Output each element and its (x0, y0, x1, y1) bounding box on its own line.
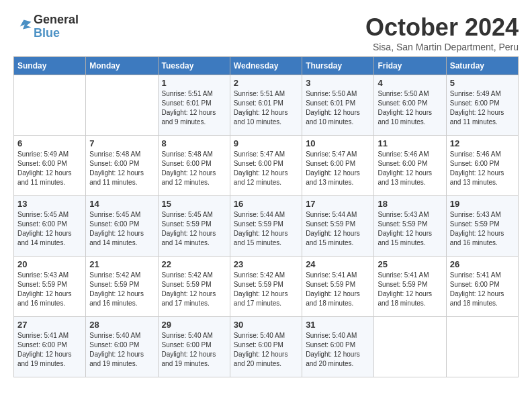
calendar-header-row: SundayMondayTuesdayWednesdayThursdayFrid… (14, 57, 519, 75)
calendar-cell (446, 317, 518, 377)
day-info: Sunrise: 5:40 AM Sunset: 6:00 PM Dayligh… (234, 331, 298, 369)
calendar-cell: 5Sunrise: 5:49 AM Sunset: 6:00 PM Daylig… (446, 75, 518, 136)
day-number: 14 (89, 199, 154, 209)
day-number: 24 (306, 259, 370, 269)
day-number: 3 (306, 78, 370, 88)
day-info: Sunrise: 5:46 AM Sunset: 6:00 PM Dayligh… (378, 150, 442, 187)
calendar-cell: 28Sunrise: 5:40 AM Sunset: 6:00 PM Dayli… (86, 317, 158, 377)
calendar-cell: 26Sunrise: 5:41 AM Sunset: 6:00 PM Dayli… (446, 257, 518, 317)
day-info: Sunrise: 5:40 AM Sunset: 6:00 PM Dayligh… (89, 331, 154, 369)
day-info: Sunrise: 5:42 AM Sunset: 5:59 PM Dayligh… (89, 271, 154, 308)
calendar-cell (374, 317, 446, 377)
calendar-week-5: 27Sunrise: 5:41 AM Sunset: 6:00 PM Dayli… (14, 317, 519, 377)
calendar-cell: 12Sunrise: 5:46 AM Sunset: 6:00 PM Dayli… (446, 136, 518, 196)
day-number: 27 (17, 320, 82, 330)
weekday-header-friday: Friday (374, 57, 446, 75)
day-number: 9 (234, 138, 298, 148)
day-number: 2 (234, 78, 298, 88)
day-info: Sunrise: 5:45 AM Sunset: 6:00 PM Dayligh… (17, 210, 82, 248)
day-number: 11 (378, 138, 442, 148)
day-info: Sunrise: 5:48 AM Sunset: 6:00 PM Dayligh… (89, 150, 154, 187)
day-info: Sunrise: 5:40 AM Sunset: 6:00 PM Dayligh… (306, 331, 370, 369)
day-info: Sunrise: 5:45 AM Sunset: 6:00 PM Dayligh… (89, 210, 154, 248)
day-info: Sunrise: 5:41 AM Sunset: 5:59 PM Dayligh… (306, 271, 370, 308)
day-number: 31 (306, 320, 370, 330)
calendar-cell: 15Sunrise: 5:45 AM Sunset: 5:59 PM Dayli… (158, 196, 230, 257)
day-info: Sunrise: 5:50 AM Sunset: 6:00 PM Dayligh… (378, 89, 442, 127)
day-number: 21 (89, 259, 154, 269)
month-title: October 2024 (365, 13, 519, 42)
day-number: 19 (450, 199, 515, 209)
day-number: 18 (378, 199, 442, 209)
calendar-cell: 8Sunrise: 5:48 AM Sunset: 6:00 PM Daylig… (158, 136, 230, 196)
day-number: 8 (162, 138, 226, 148)
calendar-cell: 11Sunrise: 5:46 AM Sunset: 6:00 PM Dayli… (374, 136, 446, 196)
calendar-cell: 2Sunrise: 5:51 AM Sunset: 6:01 PM Daylig… (230, 75, 302, 136)
logo-text: General Blue (34, 13, 79, 40)
day-info: Sunrise: 5:44 AM Sunset: 5:59 PM Dayligh… (234, 210, 298, 248)
day-number: 12 (450, 138, 515, 148)
day-info: Sunrise: 5:48 AM Sunset: 6:00 PM Dayligh… (162, 150, 226, 187)
calendar-cell: 18Sunrise: 5:43 AM Sunset: 5:59 PM Dayli… (374, 196, 446, 257)
day-number: 10 (306, 138, 370, 148)
title-block: October 2024 Sisa, San Martin Department… (365, 13, 519, 52)
page-header: General Blue October 2024 Sisa, San Mart… (13, 13, 519, 52)
calendar-cell: 17Sunrise: 5:44 AM Sunset: 5:59 PM Dayli… (302, 196, 374, 257)
day-info: Sunrise: 5:43 AM Sunset: 5:59 PM Dayligh… (450, 210, 515, 248)
calendar-week-1: 1Sunrise: 5:51 AM Sunset: 6:01 PM Daylig… (14, 75, 519, 136)
day-number: 23 (234, 259, 298, 269)
day-number: 22 (162, 259, 226, 269)
day-info: Sunrise: 5:41 AM Sunset: 6:00 PM Dayligh… (450, 271, 515, 308)
day-info: Sunrise: 5:49 AM Sunset: 6:00 PM Dayligh… (450, 89, 515, 127)
day-info: Sunrise: 5:43 AM Sunset: 5:59 PM Dayligh… (378, 210, 442, 248)
day-number: 20 (17, 259, 82, 269)
calendar-cell: 25Sunrise: 5:41 AM Sunset: 5:59 PM Dayli… (374, 257, 446, 317)
day-info: Sunrise: 5:47 AM Sunset: 6:00 PM Dayligh… (234, 150, 298, 187)
calendar-cell: 6Sunrise: 5:49 AM Sunset: 6:00 PM Daylig… (14, 136, 86, 196)
day-number: 25 (378, 259, 442, 269)
calendar-week-2: 6Sunrise: 5:49 AM Sunset: 6:00 PM Daylig… (14, 136, 519, 196)
day-number: 17 (306, 199, 370, 209)
calendar-cell: 7Sunrise: 5:48 AM Sunset: 6:00 PM Daylig… (86, 136, 158, 196)
day-info: Sunrise: 5:42 AM Sunset: 5:59 PM Dayligh… (162, 271, 226, 308)
day-info: Sunrise: 5:45 AM Sunset: 5:59 PM Dayligh… (162, 210, 226, 248)
day-number: 13 (17, 199, 82, 209)
calendar-week-4: 20Sunrise: 5:43 AM Sunset: 5:59 PM Dayli… (14, 257, 519, 317)
day-info: Sunrise: 5:50 AM Sunset: 6:01 PM Dayligh… (306, 89, 370, 127)
day-number: 5 (450, 78, 515, 88)
calendar-cell: 21Sunrise: 5:42 AM Sunset: 5:59 PM Dayli… (86, 257, 158, 317)
day-number: 28 (89, 320, 154, 330)
calendar-cell: 13Sunrise: 5:45 AM Sunset: 6:00 PM Dayli… (14, 196, 86, 257)
svg-marker-0 (20, 19, 32, 29)
day-number: 16 (234, 199, 298, 209)
calendar-cell: 30Sunrise: 5:40 AM Sunset: 6:00 PM Dayli… (230, 317, 302, 377)
calendar-cell: 23Sunrise: 5:42 AM Sunset: 5:59 PM Dayli… (230, 257, 302, 317)
day-info: Sunrise: 5:47 AM Sunset: 6:00 PM Dayligh… (306, 150, 370, 187)
calendar-cell: 20Sunrise: 5:43 AM Sunset: 5:59 PM Dayli… (14, 257, 86, 317)
day-info: Sunrise: 5:46 AM Sunset: 6:00 PM Dayligh… (450, 150, 515, 187)
day-info: Sunrise: 5:51 AM Sunset: 6:01 PM Dayligh… (162, 89, 226, 127)
day-number: 26 (450, 259, 515, 269)
calendar-cell: 22Sunrise: 5:42 AM Sunset: 5:59 PM Dayli… (158, 257, 230, 317)
calendar-cell: 27Sunrise: 5:41 AM Sunset: 6:00 PM Dayli… (14, 317, 86, 377)
calendar-cell (86, 75, 158, 136)
calendar-cell: 9Sunrise: 5:47 AM Sunset: 6:00 PM Daylig… (230, 136, 302, 196)
weekday-header-thursday: Thursday (302, 57, 374, 75)
calendar-cell (14, 75, 86, 136)
calendar-cell: 4Sunrise: 5:50 AM Sunset: 6:00 PM Daylig… (374, 75, 446, 136)
day-number: 4 (378, 78, 442, 88)
day-info: Sunrise: 5:44 AM Sunset: 5:59 PM Dayligh… (306, 210, 370, 248)
calendar-week-3: 13Sunrise: 5:45 AM Sunset: 6:00 PM Dayli… (14, 196, 519, 257)
calendar-cell: 24Sunrise: 5:41 AM Sunset: 5:59 PM Dayli… (302, 257, 374, 317)
calendar-cell: 1Sunrise: 5:51 AM Sunset: 6:01 PM Daylig… (158, 75, 230, 136)
day-info: Sunrise: 5:42 AM Sunset: 5:59 PM Dayligh… (234, 271, 298, 308)
day-info: Sunrise: 5:41 AM Sunset: 5:59 PM Dayligh… (378, 271, 442, 308)
calendar-cell: 3Sunrise: 5:50 AM Sunset: 6:01 PM Daylig… (302, 75, 374, 136)
day-number: 29 (162, 320, 226, 330)
weekday-header-tuesday: Tuesday (158, 57, 230, 75)
location-subtitle: Sisa, San Martin Department, Peru (365, 42, 519, 52)
day-info: Sunrise: 5:49 AM Sunset: 6:00 PM Dayligh… (17, 150, 82, 187)
day-number: 6 (17, 138, 82, 148)
weekday-header-wednesday: Wednesday (230, 57, 302, 75)
weekday-header-monday: Monday (86, 57, 158, 75)
